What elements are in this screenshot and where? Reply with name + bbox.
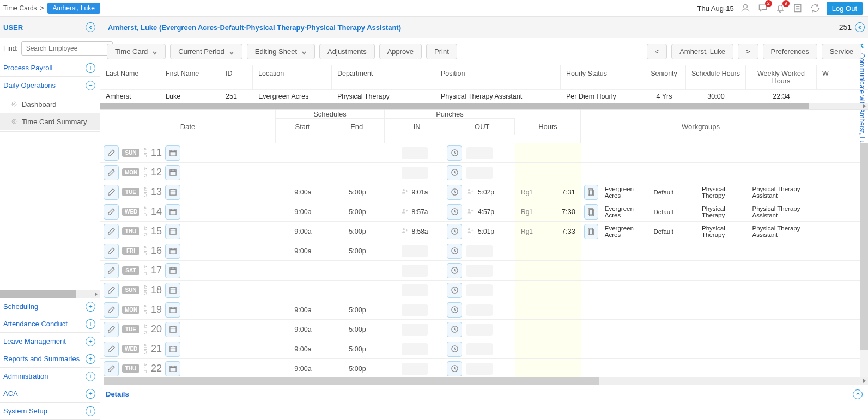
calendar-button[interactable] (165, 263, 180, 278)
punch-out-placeholder[interactable] (466, 147, 493, 159)
punch-out-placeholder[interactable] (466, 343, 493, 355)
clock-button[interactable] (447, 283, 462, 298)
period-dropdown[interactable]: Current Period (170, 44, 242, 59)
edit-row-button[interactable] (104, 145, 119, 161)
edit-row-button[interactable] (104, 322, 119, 337)
clock-button[interactable] (447, 165, 462, 180)
calendar-button[interactable] (165, 165, 180, 180)
info-h-scroll[interactable] (100, 103, 868, 109)
punch-in-placeholder[interactable] (402, 167, 428, 179)
approve-button[interactable]: Approve (379, 44, 422, 59)
nav-system-setup[interactable]: System Setup+ (0, 403, 100, 420)
punch-out-placeholder[interactable] (466, 265, 493, 277)
next-employee-button[interactable]: > (738, 44, 758, 59)
clock-button[interactable] (447, 322, 462, 337)
preferences-button[interactable]: Preferences (763, 44, 817, 59)
calendar-button[interactable] (165, 361, 180, 376)
clock-button[interactable] (447, 342, 462, 357)
list-icon[interactable] (792, 2, 804, 14)
clock-button[interactable] (447, 204, 462, 220)
nav-aca[interactable]: ACA+ (0, 385, 100, 403)
punch-out-placeholder[interactable] (466, 363, 493, 375)
grid-h-scroll[interactable] (100, 377, 868, 385)
calendar-button[interactable] (165, 145, 180, 161)
nav-attendance-conduct[interactable]: Attendance Conduct+ (0, 315, 100, 333)
calendar-button[interactable] (165, 322, 180, 337)
edit-row-button[interactable] (104, 185, 119, 200)
edit-row-button[interactable] (104, 342, 119, 357)
clock-button[interactable] (447, 361, 462, 376)
calendar-button[interactable] (165, 283, 180, 298)
edit-row-button[interactable] (104, 165, 119, 180)
punch-in-placeholder[interactable] (402, 304, 428, 316)
employee-name-button[interactable]: Amherst, Luke (671, 44, 733, 59)
punch-in-placeholder[interactable] (402, 265, 428, 277)
bell-icon[interactable]: 9 (774, 2, 786, 14)
sidebar-h-scroll[interactable] (0, 290, 100, 298)
nav-process-payroll[interactable]: Process Payroll + (0, 59, 100, 77)
punch-out-placeholder[interactable] (466, 324, 493, 336)
breadcrumb-chip[interactable]: Amherst, Luke (47, 3, 100, 14)
edit-row-button[interactable] (104, 263, 119, 278)
nav-leave-management[interactable]: Leave Management+ (0, 333, 100, 350)
service-button[interactable]: Service (822, 44, 861, 59)
calendar-button[interactable] (165, 185, 180, 200)
prev-employee-button[interactable]: < (647, 44, 667, 59)
sheet-dropdown[interactable]: Editing Sheet (247, 44, 315, 59)
chat-icon[interactable]: 2 (757, 2, 769, 14)
details-bar[interactable]: Details (100, 385, 868, 403)
month-label: AUG (143, 187, 148, 197)
copy-button[interactable] (584, 224, 598, 239)
nav-administration[interactable]: Administration+ (0, 368, 100, 385)
user-icon[interactable] (739, 2, 751, 14)
edit-row-button[interactable] (104, 283, 119, 298)
calendar-button[interactable] (165, 224, 180, 239)
clock-button[interactable] (447, 185, 462, 200)
print-button[interactable]: Print (426, 44, 457, 59)
clock-button[interactable] (447, 263, 462, 278)
logout-button[interactable]: Log Out (827, 2, 863, 15)
punch-out-placeholder[interactable] (466, 304, 493, 316)
punch-in-placeholder[interactable] (402, 343, 428, 355)
calendar-button[interactable] (165, 244, 180, 259)
punch-out-placeholder[interactable] (466, 245, 493, 257)
time-row: SUNAUG11 (100, 143, 868, 163)
clock-button[interactable] (447, 244, 462, 259)
edit-row-button[interactable] (104, 361, 119, 376)
nav-time-card-summary[interactable]: Time Card Summary (0, 113, 100, 130)
punch-in-placeholder[interactable] (402, 363, 428, 375)
punch-in-placeholder[interactable] (402, 284, 428, 296)
calendar-button[interactable] (165, 342, 180, 357)
header-expand-icon[interactable] (855, 22, 865, 32)
edit-row-button[interactable] (104, 244, 119, 259)
clock-button[interactable] (447, 302, 462, 318)
vertical-scrollbar[interactable] (860, 143, 868, 377)
time-row: TUEAUG209:00a5:00p (100, 320, 868, 339)
breadcrumb-root[interactable]: Time Cards (3, 4, 37, 12)
nav-dashboard[interactable]: Dashboard (0, 95, 100, 113)
timecard-dropdown[interactable]: Time Card (107, 44, 166, 59)
edit-row-button[interactable] (104, 204, 119, 220)
punch-in-placeholder[interactable] (402, 245, 428, 257)
refresh-icon[interactable] (809, 2, 821, 14)
workgroups-cell: Evergreen AcresDefaultPhysical TherapyPh… (581, 185, 821, 200)
search-input[interactable] (21, 41, 113, 56)
calendar-button[interactable] (165, 204, 180, 220)
punch-out-placeholder[interactable] (466, 167, 493, 179)
edit-row-button[interactable] (104, 224, 119, 239)
sidebar-collapse-icon[interactable] (86, 22, 95, 32)
punch-out-placeholder[interactable] (466, 284, 493, 296)
adjustments-button[interactable]: Adjustments (319, 44, 375, 59)
copy-button[interactable] (584, 185, 598, 200)
clock-button[interactable] (447, 145, 462, 161)
nav-daily-operations[interactable]: Daily Operations − (0, 77, 100, 94)
edit-row-button[interactable] (104, 302, 119, 318)
nav-reports-and-summaries[interactable]: Reports and Summaries+ (0, 350, 100, 368)
copy-button[interactable] (584, 204, 598, 220)
calendar-button[interactable] (165, 302, 180, 318)
nav-scheduling[interactable]: Scheduling+ (0, 298, 100, 315)
punch-in-placeholder[interactable] (402, 324, 428, 336)
punch-in-placeholder[interactable] (402, 147, 428, 159)
arrow-right-icon (863, 379, 866, 383)
clock-button[interactable] (447, 224, 462, 239)
